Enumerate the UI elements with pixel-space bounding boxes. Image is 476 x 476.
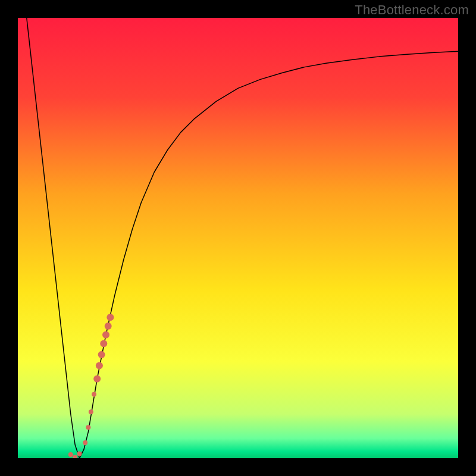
marker-dot-small bbox=[77, 452, 82, 456]
chart-frame: TheBottleneck.com bbox=[0, 0, 476, 476]
marker-dot bbox=[98, 351, 105, 358]
marker-dot-small bbox=[86, 425, 90, 430]
watermark-text: TheBottleneck.com bbox=[355, 2, 469, 18]
marker-dot bbox=[105, 322, 112, 330]
gradient-background bbox=[18, 18, 458, 458]
marker-dot-small bbox=[68, 452, 73, 457]
marker-dot-small bbox=[83, 440, 87, 445]
marker-dot bbox=[107, 314, 114, 321]
bottleneck-chart bbox=[18, 18, 458, 458]
marker-dot bbox=[102, 331, 109, 339]
marker-dot bbox=[96, 362, 103, 369]
marker-dot bbox=[100, 340, 107, 347]
plot-area bbox=[18, 18, 458, 458]
marker-dot-small bbox=[92, 392, 96, 397]
marker-dot-small bbox=[89, 409, 93, 414]
marker-dot bbox=[93, 375, 101, 383]
